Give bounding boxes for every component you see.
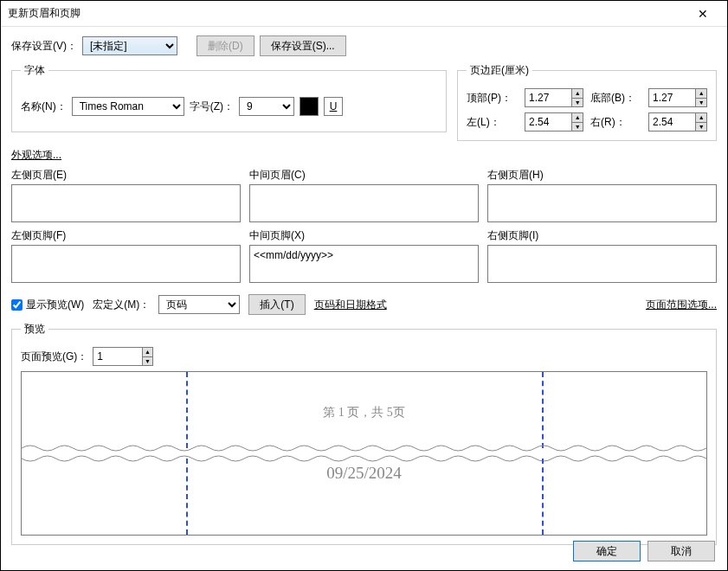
page-date-format-link[interactable]: 页码和日期格式 xyxy=(314,298,387,312)
margin-right-label: 右(R)： xyxy=(590,115,641,130)
margin-bottom-spinner[interactable]: ▲▼ xyxy=(648,88,707,107)
dialog-window: 更新页眉和页脚 ✕ 保存设置(V)： [未指定] 删除(D) 保存设置(S)..… xyxy=(0,0,728,571)
right-footer-label: 右侧页脚(I) xyxy=(487,228,717,243)
spin-down-icon[interactable]: ▼ xyxy=(143,357,153,366)
save-settings-select[interactable]: [未指定] xyxy=(82,36,177,55)
margin-bottom-label: 底部(B)： xyxy=(590,91,641,106)
save-settings-button[interactable]: 保存设置(S)... xyxy=(260,35,346,56)
page-top-half: 第 1 页，共 5页 xyxy=(22,372,706,448)
font-fieldset: 字体 名称(N)： Times Roman 字号(Z)： 9 U xyxy=(11,63,447,132)
margin-right-spinner[interactable]: ▲▼ xyxy=(648,112,707,132)
spin-down-icon[interactable]: ▼ xyxy=(696,99,706,107)
margins-legend: 页边距(厘米) xyxy=(467,63,532,78)
margin-top-label: 顶部(P)： xyxy=(467,91,518,106)
preview-legend: 预览 xyxy=(21,322,48,337)
insert-button[interactable]: 插入(T) xyxy=(248,294,305,315)
torn-edge-icon xyxy=(22,443,706,453)
page-preview-input[interactable] xyxy=(93,348,141,365)
font-size-label: 字号(Z)： xyxy=(190,99,234,114)
margin-left-spinner[interactable]: ▲▼ xyxy=(525,112,583,132)
margin-left-label: 左(L)： xyxy=(467,115,518,130)
window-title: 更新页眉和页脚 xyxy=(8,6,686,21)
margin-right-input[interactable] xyxy=(649,113,695,131)
font-legend: 字体 xyxy=(21,63,48,78)
center-header-input[interactable] xyxy=(249,184,479,222)
left-footer-label: 左侧页脚(F) xyxy=(11,228,241,243)
underline-icon[interactable]: U xyxy=(324,97,343,116)
mid-row: 显示预览(W) 宏定义(M)： 页码 插入(T) 页码和日期格式 页面范围选项.… xyxy=(11,294,717,315)
show-preview-text: 显示预览(W) xyxy=(26,298,84,312)
font-size-select[interactable]: 9 xyxy=(239,97,294,116)
margins-fieldset: 页边距(厘米) 顶部(P)： ▲▼ 底部(B)： ▲▼ 左(L)： xyxy=(457,63,717,141)
close-icon[interactable]: ✕ xyxy=(686,7,720,21)
left-header-input[interactable] xyxy=(11,184,241,222)
center-footer-input[interactable] xyxy=(249,245,479,283)
spin-up-icon[interactable]: ▲ xyxy=(696,89,706,99)
dialog-content: 保存设置(V)： [未指定] 删除(D) 保存设置(S)... 字体 名称(N)… xyxy=(1,27,727,554)
page-preview-canvas: 第 1 页，共 5页 09/25/2024 xyxy=(21,371,707,536)
header-grid: 左侧页眉(E) 中间页眉(C) 右侧页眉(H) xyxy=(11,168,717,225)
spin-up-icon[interactable]: ▲ xyxy=(572,113,583,123)
save-settings-row: 保存设置(V)： [未指定] 删除(D) 保存设置(S)... xyxy=(11,35,717,56)
save-settings-label: 保存设置(V)： xyxy=(11,39,77,54)
font-name-label: 名称(N)： xyxy=(21,99,67,114)
titlebar: 更新页眉和页脚 ✕ xyxy=(1,1,727,27)
page-bottom-half: 09/25/2024 xyxy=(22,459,706,535)
right-header-label: 右侧页眉(H) xyxy=(487,168,717,183)
show-preview-checkbox-label[interactable]: 显示预览(W) xyxy=(11,298,84,312)
margin-top-input[interactable] xyxy=(525,89,571,106)
page-range-options-link[interactable]: 页面范围选项... xyxy=(646,298,717,312)
preview-header-text: 第 1 页，共 5页 xyxy=(22,405,706,420)
macro-label: 宏定义(M)： xyxy=(93,298,150,312)
center-footer-label: 中间页脚(X) xyxy=(249,228,479,243)
spin-down-icon[interactable]: ▼ xyxy=(696,123,706,132)
top-section: 字体 名称(N)： Times Roman 字号(Z)： 9 U 页边距(厘米) xyxy=(11,63,717,141)
ok-button[interactable]: 确定 xyxy=(573,541,641,561)
right-header-input[interactable] xyxy=(487,184,717,222)
preview-footer-text: 09/25/2024 xyxy=(22,464,706,483)
font-name-select[interactable]: Times Roman xyxy=(72,97,184,116)
footer-grid: 左侧页脚(F) 中间页脚(X) 右侧页脚(I) xyxy=(11,228,717,286)
spin-up-icon[interactable]: ▲ xyxy=(696,113,706,123)
left-footer-input[interactable] xyxy=(11,245,241,283)
page-preview-label: 页面预览(G)： xyxy=(21,350,87,364)
page-preview-spinner[interactable]: ▲▼ xyxy=(93,347,153,366)
left-header-label: 左侧页眉(E) xyxy=(11,168,241,183)
right-footer-input[interactable] xyxy=(487,245,717,283)
spin-up-icon[interactable]: ▲ xyxy=(572,89,583,99)
spin-down-icon[interactable]: ▼ xyxy=(572,123,583,132)
macro-select[interactable]: 页码 xyxy=(158,295,240,314)
cancel-button[interactable]: 取消 xyxy=(647,541,715,561)
show-preview-checkbox[interactable] xyxy=(11,299,23,311)
font-color-button[interactable] xyxy=(300,97,319,116)
preview-fieldset: 预览 页面预览(G)： ▲▼ 第 1 页，共 5页 xyxy=(11,322,717,545)
torn-edge-icon xyxy=(22,453,706,464)
dialog-footer: 确定 取消 xyxy=(573,541,715,561)
delete-button[interactable]: 删除(D) xyxy=(196,35,254,56)
margin-top-spinner[interactable]: ▲▼ xyxy=(525,88,583,107)
margin-bottom-input[interactable] xyxy=(649,89,695,106)
margin-left-input[interactable] xyxy=(525,113,571,131)
center-header-label: 中间页眉(C) xyxy=(249,168,479,183)
appearance-options-link[interactable]: 外观选项... xyxy=(11,149,61,161)
spin-down-icon[interactable]: ▼ xyxy=(572,99,583,107)
spin-up-icon[interactable]: ▲ xyxy=(143,348,153,357)
